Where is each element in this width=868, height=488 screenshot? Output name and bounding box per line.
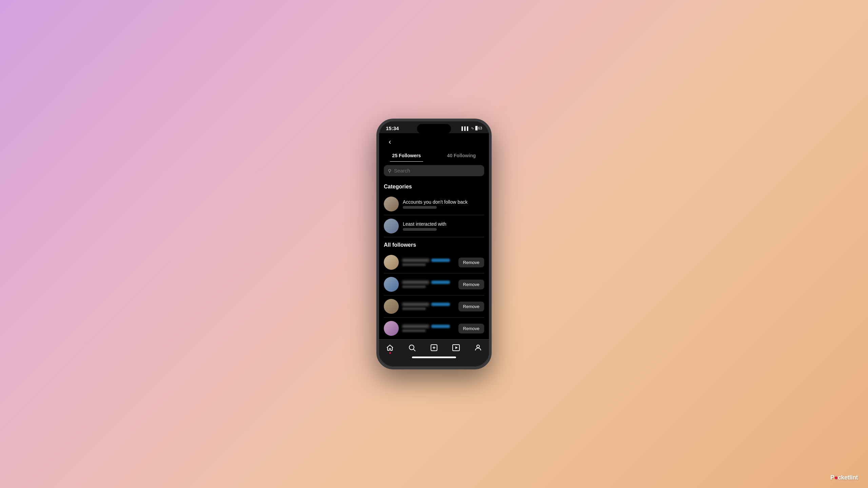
follower-info [402, 259, 455, 266]
pocketlint-dot: ● [834, 474, 838, 481]
remove-button[interactable]: Remove [458, 280, 484, 289]
follower-name-row [402, 259, 455, 262]
phone-mockup: 15:34 ▌▌▌ ∿ ▊63 ‹ 25 Followers 40 Follow… [376, 119, 492, 369]
nav-item-reels[interactable] [448, 342, 464, 353]
categories-title: Categories [384, 184, 484, 190]
list-item: Remove [384, 318, 484, 339]
home-indicator [379, 354, 489, 360]
follower-name-row [402, 281, 455, 284]
search-input[interactable] [394, 168, 480, 174]
follower-tag [431, 281, 450, 284]
home-icon [386, 344, 394, 352]
follower-name-row [402, 325, 455, 328]
status-time: 15:34 [386, 125, 399, 131]
list-item: Remove [384, 273, 484, 296]
back-button[interactable]: ‹ [384, 137, 395, 147]
pocketlint-watermark: P●cketlint [830, 474, 858, 481]
search-bar[interactable]: ⚲ [384, 165, 484, 176]
avatar [384, 299, 399, 314]
tabs-container: 25 Followers 40 Following [379, 147, 489, 162]
tab-followers[interactable]: 25 Followers [379, 150, 434, 162]
remove-button[interactable]: Remove [458, 324, 484, 333]
nav-item-home[interactable] [382, 342, 398, 353]
category-item-not-follow-back[interactable]: Accounts you don't follow back [384, 193, 484, 215]
nav-item-create[interactable] [426, 342, 442, 353]
header: ‹ [379, 133, 489, 147]
svg-marker-6 [455, 346, 458, 349]
avatar [384, 197, 399, 211]
avatar [384, 255, 399, 270]
dynamic-island [417, 124, 451, 134]
avatar [384, 277, 399, 292]
reels-icon [452, 344, 460, 352]
status-icons: ▌▌▌ ∿ ▊63 [461, 126, 482, 130]
search-nav-icon [408, 344, 416, 352]
follower-tag [431, 303, 450, 306]
signal-icon: ▌▌▌ [461, 126, 469, 130]
avatar [384, 321, 399, 336]
follower-name [402, 259, 429, 262]
follower-info [402, 325, 455, 332]
profile-icon [474, 344, 482, 352]
follower-info [402, 281, 455, 288]
category-name: Accounts you don't follow back [403, 199, 468, 205]
category-text: Accounts you don't follow back [403, 199, 468, 209]
follower-handle [402, 329, 426, 332]
remove-button[interactable]: Remove [458, 302, 484, 311]
search-icon: ⚲ [388, 168, 391, 174]
category-item-least-interacted[interactable]: Least interacted with [384, 215, 484, 237]
follower-handle [402, 307, 426, 310]
svg-point-0 [409, 345, 414, 350]
follower-handle [402, 285, 426, 288]
category-text: Least interacted with [403, 221, 446, 231]
follower-handle [402, 263, 426, 266]
tab-following[interactable]: 40 Following [434, 150, 489, 162]
category-sub-line [403, 206, 437, 209]
back-arrow-icon: ‹ [389, 138, 391, 146]
notification-dot [389, 352, 391, 354]
bottom-nav [379, 339, 489, 354]
list-item: Remove [384, 296, 484, 318]
nav-item-search[interactable] [404, 342, 420, 353]
content-area: Categories Accounts you don't follow bac… [379, 179, 489, 339]
list-item: Remove [384, 251, 484, 273]
nav-item-profile[interactable] [470, 342, 486, 353]
svg-line-1 [414, 349, 416, 351]
follower-tag [431, 259, 450, 262]
battery-icon: ▊63 [475, 126, 482, 130]
follower-name [402, 281, 429, 284]
category-name: Least interacted with [403, 221, 446, 227]
follower-name [402, 325, 429, 328]
screen: ‹ 25 Followers 40 Following ⚲ Categories [379, 133, 489, 360]
follower-tag [431, 325, 450, 328]
svg-point-7 [477, 345, 479, 348]
avatar [384, 219, 399, 233]
home-bar [412, 357, 456, 358]
follower-name-row [402, 303, 455, 306]
category-sub-line [403, 228, 437, 231]
status-bar: 15:34 ▌▌▌ ∿ ▊63 [379, 121, 489, 133]
all-followers-title: All followers [384, 242, 484, 248]
wifi-icon: ∿ [471, 126, 474, 130]
follower-info [402, 303, 455, 310]
remove-button[interactable]: Remove [458, 258, 484, 267]
create-icon [430, 344, 438, 352]
follower-name [402, 303, 429, 306]
